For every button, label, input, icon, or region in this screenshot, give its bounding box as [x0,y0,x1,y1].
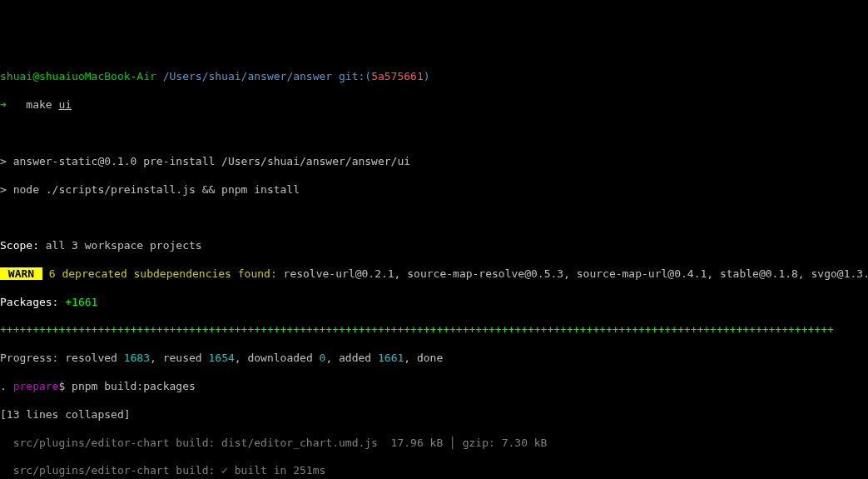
prompt-line-cmd: ➜ make ui [0,98,868,112]
build-line: src/plugins/editor-chart build: dist/edi… [0,437,868,451]
scope-line: Scope: all 3 workspace projects [0,239,868,253]
warn-line: WARN 6 deprecated subdependencies found:… [0,267,868,282]
prepare-line: . prepare$ pnpm build:packages [0,380,868,394]
packages-line: Packages: +1661 [0,296,868,310]
progress-bar: ++++++++++++++++++++++++++++++++++++++++… [0,323,868,337]
build-line: src/plugins/editor-chart build: ✓ built … [0,464,868,478]
npm-script-line: > node ./scripts/preinstall.js && pnpm i… [0,183,868,197]
collapsed-line: [13 lines collapsed] [0,408,868,422]
progress-line: Progress: resolved 1683, reused 1654, do… [0,352,868,366]
prompt-line-prev: shuai@shuaiuoMacBook-Air /Users/shuai/an… [0,70,868,84]
npm-script-line: > answer-static@0.1.0 pre-install /Users… [0,155,868,169]
terminal-output[interactable]: shuai@shuaiuoMacBook-Air /Users/shuai/an… [0,57,868,479]
